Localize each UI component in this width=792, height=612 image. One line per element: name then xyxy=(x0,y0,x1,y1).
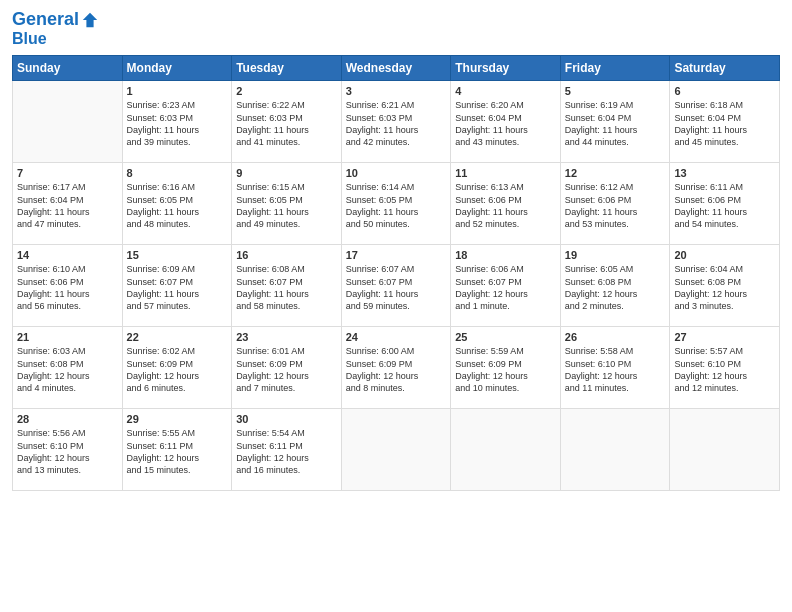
day-info: Sunrise: 6:06 AM Sunset: 6:07 PM Dayligh… xyxy=(455,263,556,312)
day-info: Sunrise: 6:09 AM Sunset: 6:07 PM Dayligh… xyxy=(127,263,228,312)
day-info: Sunrise: 6:05 AM Sunset: 6:08 PM Dayligh… xyxy=(565,263,666,312)
calendar-cell: 11Sunrise: 6:13 AM Sunset: 6:06 PM Dayli… xyxy=(451,163,561,245)
day-info: Sunrise: 6:21 AM Sunset: 6:03 PM Dayligh… xyxy=(346,99,447,148)
day-number: 10 xyxy=(346,167,447,179)
calendar-cell xyxy=(341,409,451,491)
calendar-cell: 21Sunrise: 6:03 AM Sunset: 6:08 PM Dayli… xyxy=(13,327,123,409)
day-number: 21 xyxy=(17,331,118,343)
calendar-cell: 4Sunrise: 6:20 AM Sunset: 6:04 PM Daylig… xyxy=(451,81,561,163)
weekday-header-tuesday: Tuesday xyxy=(232,56,342,81)
day-info: Sunrise: 6:18 AM Sunset: 6:04 PM Dayligh… xyxy=(674,99,775,148)
day-info: Sunrise: 5:55 AM Sunset: 6:11 PM Dayligh… xyxy=(127,427,228,476)
day-number: 23 xyxy=(236,331,337,343)
calendar-cell xyxy=(13,81,123,163)
calendar-cell: 25Sunrise: 5:59 AM Sunset: 6:09 PM Dayli… xyxy=(451,327,561,409)
day-info: Sunrise: 6:03 AM Sunset: 6:08 PM Dayligh… xyxy=(17,345,118,394)
day-info: Sunrise: 6:16 AM Sunset: 6:05 PM Dayligh… xyxy=(127,181,228,230)
week-row-2: 7Sunrise: 6:17 AM Sunset: 6:04 PM Daylig… xyxy=(13,163,780,245)
day-number: 8 xyxy=(127,167,228,179)
calendar-cell: 29Sunrise: 5:55 AM Sunset: 6:11 PM Dayli… xyxy=(122,409,232,491)
day-number: 9 xyxy=(236,167,337,179)
day-info: Sunrise: 6:04 AM Sunset: 6:08 PM Dayligh… xyxy=(674,263,775,312)
calendar-cell: 2Sunrise: 6:22 AM Sunset: 6:03 PM Daylig… xyxy=(232,81,342,163)
day-number: 14 xyxy=(17,249,118,261)
calendar-cell: 22Sunrise: 6:02 AM Sunset: 6:09 PM Dayli… xyxy=(122,327,232,409)
week-row-1: 1Sunrise: 6:23 AM Sunset: 6:03 PM Daylig… xyxy=(13,81,780,163)
day-info: Sunrise: 6:07 AM Sunset: 6:07 PM Dayligh… xyxy=(346,263,447,312)
calendar-cell: 14Sunrise: 6:10 AM Sunset: 6:06 PM Dayli… xyxy=(13,245,123,327)
calendar-cell xyxy=(560,409,670,491)
day-number: 5 xyxy=(565,85,666,97)
calendar-cell: 26Sunrise: 5:58 AM Sunset: 6:10 PM Dayli… xyxy=(560,327,670,409)
calendar-cell: 13Sunrise: 6:11 AM Sunset: 6:06 PM Dayli… xyxy=(670,163,780,245)
day-number: 7 xyxy=(17,167,118,179)
calendar-cell: 17Sunrise: 6:07 AM Sunset: 6:07 PM Dayli… xyxy=(341,245,451,327)
day-number: 17 xyxy=(346,249,447,261)
page-container: General Blue SundayMondayTuesdayWednesda… xyxy=(0,0,792,499)
day-info: Sunrise: 5:59 AM Sunset: 6:09 PM Dayligh… xyxy=(455,345,556,394)
day-info: Sunrise: 6:19 AM Sunset: 6:04 PM Dayligh… xyxy=(565,99,666,148)
calendar-cell: 12Sunrise: 6:12 AM Sunset: 6:06 PM Dayli… xyxy=(560,163,670,245)
calendar-cell: 20Sunrise: 6:04 AM Sunset: 6:08 PM Dayli… xyxy=(670,245,780,327)
calendar-cell: 8Sunrise: 6:16 AM Sunset: 6:05 PM Daylig… xyxy=(122,163,232,245)
day-info: Sunrise: 6:17 AM Sunset: 6:04 PM Dayligh… xyxy=(17,181,118,230)
calendar-cell: 18Sunrise: 6:06 AM Sunset: 6:07 PM Dayli… xyxy=(451,245,561,327)
day-number: 16 xyxy=(236,249,337,261)
day-info: Sunrise: 6:12 AM Sunset: 6:06 PM Dayligh… xyxy=(565,181,666,230)
weekday-header-sunday: Sunday xyxy=(13,56,123,81)
day-info: Sunrise: 6:14 AM Sunset: 6:05 PM Dayligh… xyxy=(346,181,447,230)
calendar-cell: 15Sunrise: 6:09 AM Sunset: 6:07 PM Dayli… xyxy=(122,245,232,327)
day-info: Sunrise: 6:10 AM Sunset: 6:06 PM Dayligh… xyxy=(17,263,118,312)
calendar-cell: 6Sunrise: 6:18 AM Sunset: 6:04 PM Daylig… xyxy=(670,81,780,163)
logo-blue: Blue xyxy=(12,30,99,48)
calendar-cell: 1Sunrise: 6:23 AM Sunset: 6:03 PM Daylig… xyxy=(122,81,232,163)
logo: General Blue xyxy=(12,10,99,47)
weekday-header-row: SundayMondayTuesdayWednesdayThursdayFrid… xyxy=(13,56,780,81)
day-number: 6 xyxy=(674,85,775,97)
day-number: 20 xyxy=(674,249,775,261)
day-number: 12 xyxy=(565,167,666,179)
weekday-header-wednesday: Wednesday xyxy=(341,56,451,81)
day-number: 26 xyxy=(565,331,666,343)
day-number: 25 xyxy=(455,331,556,343)
day-number: 22 xyxy=(127,331,228,343)
calendar-cell: 28Sunrise: 5:56 AM Sunset: 6:10 PM Dayli… xyxy=(13,409,123,491)
calendar-cell: 7Sunrise: 6:17 AM Sunset: 6:04 PM Daylig… xyxy=(13,163,123,245)
day-number: 30 xyxy=(236,413,337,425)
day-number: 13 xyxy=(674,167,775,179)
day-number: 4 xyxy=(455,85,556,97)
weekday-header-monday: Monday xyxy=(122,56,232,81)
day-info: Sunrise: 6:23 AM Sunset: 6:03 PM Dayligh… xyxy=(127,99,228,148)
day-info: Sunrise: 5:56 AM Sunset: 6:10 PM Dayligh… xyxy=(17,427,118,476)
calendar-cell xyxy=(670,409,780,491)
day-info: Sunrise: 6:15 AM Sunset: 6:05 PM Dayligh… xyxy=(236,181,337,230)
day-info: Sunrise: 6:13 AM Sunset: 6:06 PM Dayligh… xyxy=(455,181,556,230)
day-number: 27 xyxy=(674,331,775,343)
calendar-cell: 16Sunrise: 6:08 AM Sunset: 6:07 PM Dayli… xyxy=(232,245,342,327)
calendar-cell: 24Sunrise: 6:00 AM Sunset: 6:09 PM Dayli… xyxy=(341,327,451,409)
day-number: 1 xyxy=(127,85,228,97)
day-number: 3 xyxy=(346,85,447,97)
calendar-cell: 30Sunrise: 5:54 AM Sunset: 6:11 PM Dayli… xyxy=(232,409,342,491)
day-info: Sunrise: 6:11 AM Sunset: 6:06 PM Dayligh… xyxy=(674,181,775,230)
calendar-cell: 10Sunrise: 6:14 AM Sunset: 6:05 PM Dayli… xyxy=(341,163,451,245)
day-info: Sunrise: 6:22 AM Sunset: 6:03 PM Dayligh… xyxy=(236,99,337,148)
day-info: Sunrise: 6:00 AM Sunset: 6:09 PM Dayligh… xyxy=(346,345,447,394)
calendar-cell: 9Sunrise: 6:15 AM Sunset: 6:05 PM Daylig… xyxy=(232,163,342,245)
logo-icon xyxy=(81,11,99,29)
logo-text: General xyxy=(12,10,79,30)
day-number: 28 xyxy=(17,413,118,425)
weekday-header-saturday: Saturday xyxy=(670,56,780,81)
day-info: Sunrise: 5:54 AM Sunset: 6:11 PM Dayligh… xyxy=(236,427,337,476)
calendar-cell: 5Sunrise: 6:19 AM Sunset: 6:04 PM Daylig… xyxy=(560,81,670,163)
day-info: Sunrise: 5:57 AM Sunset: 6:10 PM Dayligh… xyxy=(674,345,775,394)
day-info: Sunrise: 6:08 AM Sunset: 6:07 PM Dayligh… xyxy=(236,263,337,312)
calendar-cell: 19Sunrise: 6:05 AM Sunset: 6:08 PM Dayli… xyxy=(560,245,670,327)
day-number: 15 xyxy=(127,249,228,261)
weekday-header-thursday: Thursday xyxy=(451,56,561,81)
calendar-table: SundayMondayTuesdayWednesdayThursdayFrid… xyxy=(12,55,780,491)
day-number: 18 xyxy=(455,249,556,261)
day-number: 19 xyxy=(565,249,666,261)
day-number: 2 xyxy=(236,85,337,97)
calendar-cell: 27Sunrise: 5:57 AM Sunset: 6:10 PM Dayli… xyxy=(670,327,780,409)
